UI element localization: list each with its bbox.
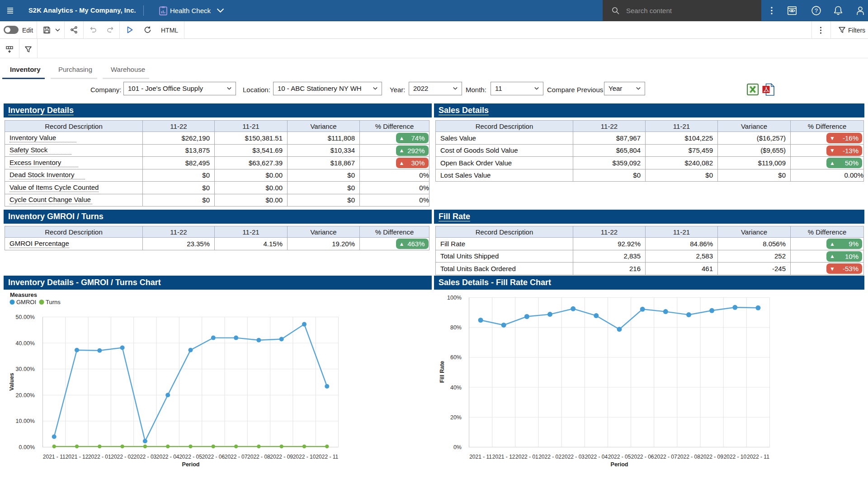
svg-text:2022 - 09: 2022 - 09 <box>270 454 293 460</box>
svg-text:30.00%: 30.00% <box>16 366 35 372</box>
svg-text:2022 - 11: 2022 - 11 <box>316 454 338 460</box>
svg-text:2022 - 09: 2022 - 09 <box>700 454 723 460</box>
svg-text:0%: 0% <box>453 444 462 450</box>
svg-text:2021 - 12: 2021 - 12 <box>66 454 89 460</box>
svg-text:2022 - 08: 2022 - 08 <box>677 454 700 460</box>
svg-text:2022 - 05: 2022 - 05 <box>608 454 631 460</box>
svg-text:2022 - 05: 2022 - 05 <box>179 454 202 460</box>
svg-text:50.00%: 50.00% <box>16 314 35 320</box>
svg-text:2022 - 10: 2022 - 10 <box>293 454 316 460</box>
svg-text:2022 - 06: 2022 - 06 <box>631 454 654 460</box>
svg-text:2022 - 08: 2022 - 08 <box>247 454 270 460</box>
svg-text:Measures: Measures <box>10 291 37 298</box>
svg-text:2021 - 12: 2021 - 12 <box>492 454 515 460</box>
svg-text:2021 - 11: 2021 - 11 <box>43 454 66 460</box>
svg-text:2022 - 11: 2022 - 11 <box>747 454 769 460</box>
svg-text:GMROI: GMROI <box>16 299 36 305</box>
svg-text:2022 - 02: 2022 - 02 <box>111 454 134 460</box>
svg-text:2022 - 03: 2022 - 03 <box>134 454 157 460</box>
svg-text:2022 - 06: 2022 - 06 <box>202 454 225 460</box>
svg-text:Turns: Turns <box>46 299 61 305</box>
svg-text:2022 - 07: 2022 - 07 <box>225 454 248 460</box>
svg-text:2022 - 04: 2022 - 04 <box>156 454 179 460</box>
svg-text:2022 - 01: 2022 - 01 <box>515 454 538 460</box>
svg-text:40.00%: 40.00% <box>16 340 35 347</box>
svg-text:2021 - 11: 2021 - 11 <box>469 454 492 460</box>
svg-text:2022 - 07: 2022 - 07 <box>654 454 677 460</box>
svg-text:2022 - 04: 2022 - 04 <box>585 454 608 460</box>
svg-text:20.00%: 20.00% <box>16 392 35 399</box>
svg-text:2022 - 01: 2022 - 01 <box>88 454 111 460</box>
svg-text:Period: Period <box>611 461 628 468</box>
svg-text:Fill Rate: Fill Rate <box>439 361 445 383</box>
svg-text:80%: 80% <box>450 324 462 331</box>
svg-text:2022 - 02: 2022 - 02 <box>538 454 561 460</box>
svg-text:40%: 40% <box>450 385 462 391</box>
svg-text:2022 - 03: 2022 - 03 <box>561 454 585 460</box>
svg-text:Values: Values <box>9 373 15 391</box>
svg-text:10.00%: 10.00% <box>16 418 35 424</box>
svg-text:?: ? <box>815 8 818 14</box>
svg-text:2022 - 10: 2022 - 10 <box>723 454 746 460</box>
svg-text:100%: 100% <box>447 295 462 301</box>
svg-text:0.00%: 0.00% <box>19 444 35 450</box>
svg-text:20%: 20% <box>450 414 462 421</box>
svg-text:60%: 60% <box>450 354 462 361</box>
svg-text:Period: Period <box>182 461 200 468</box>
